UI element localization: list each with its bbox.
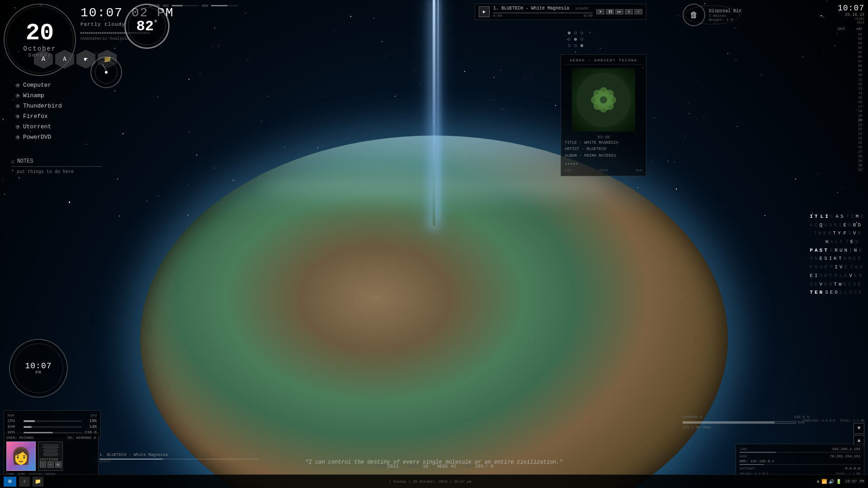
wc-letter-7-10: E: [854, 272, 858, 280]
tray-volume-icon[interactable]: 🔊: [829, 479, 834, 484]
top-system-widget: 10:07 20.10.13 HOURS 2013: [838, 4, 864, 24]
taskbar-icon-2[interactable]: 📁: [33, 477, 43, 487]
wc-letter-7-0: E: [810, 272, 814, 280]
app-item-utorrent[interactable]: Utorrent: [16, 123, 62, 131]
shutdown-area: SHUTDOWN □ ▭ ⏻: [40, 458, 61, 468]
nav-arrow-down[interactable]: ▼: [854, 423, 864, 434]
user-header: USER: MICHAEL OS: WINDOWS 8: [6, 436, 96, 440]
app-item-computer[interactable]: Computer: [16, 81, 62, 89]
app-dot-firefox: [16, 115, 19, 118]
cal-header: 2013 w42: [837, 27, 864, 31]
wc-letter-5-4: I: [829, 254, 833, 263]
dot-row-2: [568, 38, 583, 41]
app-item-firefox[interactable]: Firefox: [16, 113, 62, 120]
cal-day-26: 26: [837, 145, 864, 150]
wc-letter-8-0: S: [810, 280, 814, 289]
app-label-utorrent: Utorrent: [23, 123, 51, 130]
user-os-label: OS: WINDOWS 8: [68, 436, 96, 440]
app-item-thunderbird[interactable]: Thunderbird: [16, 102, 62, 110]
lan-label: LAN:: [740, 447, 748, 451]
shutdown-btn-3[interactable]: ⏻: [55, 461, 61, 468]
cal-day-24: 24: [837, 136, 864, 141]
start-button[interactable]: ⊞: [4, 477, 16, 487]
notes-header: ☑ NOTES: [11, 158, 102, 167]
music-title-area: 1. BLUETECH - White Magnesia WINAMP 0:00…: [493, 6, 593, 18]
app-dot-winamp: [16, 94, 19, 98]
drive-bar-hdc: [172, 5, 199, 6]
temp-number: 82: [137, 18, 154, 35]
wc-letter-4-7: U: [840, 246, 844, 255]
day-abbr: Sun: [636, 168, 642, 172]
tray-icons: ▲ 📶 🔊 🔋: [817, 479, 841, 484]
ctrl-btn-2[interactable]: ▐▐: [606, 9, 614, 14]
shutdown-btn-2[interactable]: ▭: [47, 461, 54, 468]
right-calendar: 2013 w42 0102030405060708091011121314151…: [837, 27, 864, 172]
net-row-dns: DNS: 192.168.0.1: [740, 459, 860, 463]
wc-letter-1-6: I: [839, 221, 843, 230]
hex-icon-a2[interactable]: Ａ: [55, 50, 74, 69]
cal-day-11: 11: [837, 77, 864, 82]
top-system-inner: 10:07 20.10.13 HOURS 2013: [838, 4, 864, 24]
wc-letter-0-0: I: [810, 212, 814, 221]
ctrl-btn-5[interactable]: ≡: [634, 9, 642, 14]
cal-day-27: 27: [837, 150, 864, 154]
wc-letter-4-5: E: [830, 246, 834, 255]
tray-chevron-icon[interactable]: ▲: [817, 479, 820, 484]
shutdown-btn-1[interactable]: □: [40, 461, 46, 468]
wc-letter-7-1: I: [815, 272, 819, 280]
lan-ip: 192.168.2.104: [832, 447, 860, 451]
hex-icon-a1[interactable]: A: [34, 50, 53, 69]
wc-letter-8-4: N: [829, 280, 833, 289]
wc-letter-5-1: N: [815, 254, 819, 263]
user-avatar: 👩: [6, 441, 36, 471]
day-val: 293: [475, 464, 483, 469]
tray-network-icon[interactable]: 📶: [821, 479, 827, 484]
ctrl-btn-4[interactable]: ⊞: [625, 9, 633, 14]
year-stat: YEAR 2013: [375, 464, 398, 469]
taskbar-time: 10:07 PM: [845, 479, 864, 484]
user-name-label: USER: MICHAEL: [6, 436, 34, 440]
ctrl-btn-3[interactable]: ▶▶: [615, 9, 623, 14]
wc-letter-7-11: N: [859, 272, 863, 280]
app-item-powerdvd[interactable]: PowerDVD: [16, 133, 62, 141]
cpu-label-row: RAM CPU: [8, 413, 97, 418]
wc-letter-3-2: L: [835, 238, 839, 246]
net-row-gateway: GATEWAY: 0.0.0.0: [740, 466, 860, 470]
cal-day-13: 13: [837, 86, 864, 91]
genre-label: GENRE - AMBIENT TECHNO: [565, 58, 642, 65]
taskbar-icon-1[interactable]: ⚡: [19, 477, 30, 487]
current-time: 0:00: [493, 14, 502, 18]
wc-letter-4-11: G: [859, 246, 863, 255]
wc-letter-4-3: T: [824, 246, 828, 255]
drive-hdc-label: HDC: [163, 4, 169, 8]
wc-letter-3-5: T: [845, 238, 849, 246]
album-meta: w42 2013 Sun: [565, 168, 642, 172]
app-label-computer: Computer: [23, 82, 51, 89]
tray-battery-icon[interactable]: 🔋: [836, 479, 841, 484]
week-stat: WEEK 42: [437, 464, 456, 469]
fingerprint-box: SHUTDOWN □ ▭ ⏻: [38, 441, 63, 471]
dot-4: [568, 38, 571, 41]
clock-ampm: PM: [25, 371, 52, 375]
indicator-dots: [568, 32, 583, 47]
wc-letter-0-1: T: [815, 212, 819, 221]
year-val: 2013: [387, 464, 398, 469]
cpu-stat-label: CPU: [8, 419, 21, 423]
dot-3: [580, 32, 583, 34]
ctrl-btn-1[interactable]: ■: [596, 9, 604, 14]
wc-letter-5-3: S: [824, 254, 828, 263]
wc-letter-5-2: E: [820, 254, 824, 263]
album-album-line: ALBUM - PRIMA MATERIA: [565, 153, 642, 159]
wc-letter-6-5: F: [830, 263, 834, 272]
wc-letter-4-10: N: [854, 246, 858, 255]
play-button[interactable]: ▶: [479, 6, 490, 17]
wc-letter-8-1: E: [815, 280, 819, 289]
wc-letter-1-1: C: [815, 221, 819, 230]
app-item-winamp[interactable]: Winamp: [16, 92, 62, 99]
album-widget: GENRE - AMBIENT TECHNO 03:48 TITLE - WHI…: [561, 54, 646, 176]
ram-fill: [24, 426, 32, 428]
degree-symbol: °: [154, 19, 157, 27]
net-row-lan: LAN: 192.168.2.104: [740, 447, 860, 451]
dial-widget: [90, 56, 122, 88]
drive-hd0-label: HD0: [202, 4, 208, 8]
